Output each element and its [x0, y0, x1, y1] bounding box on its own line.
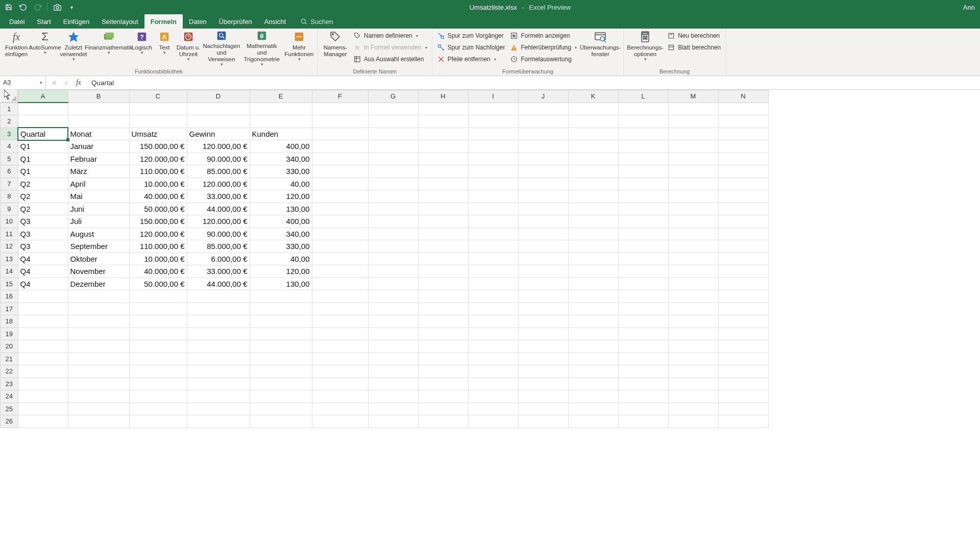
cell[interactable] [518, 140, 568, 153]
cell[interactable] [518, 353, 568, 365]
cell[interactable] [468, 353, 518, 365]
cell[interactable] [368, 165, 418, 178]
cell[interactable] [368, 140, 418, 153]
cell[interactable] [618, 228, 668, 240]
cell[interactable] [187, 115, 250, 128]
cell[interactable] [618, 265, 668, 278]
cell[interactable] [418, 253, 468, 265]
cell[interactable] [668, 365, 718, 378]
row-header[interactable]: 20 [1, 340, 18, 353]
row-header[interactable]: 11 [1, 228, 18, 240]
cell[interactable]: 330,00 [250, 165, 312, 178]
row-header[interactable]: 14 [1, 265, 18, 278]
cell[interactable] [129, 403, 187, 415]
tab-review[interactable]: Überprüfen [213, 14, 258, 29]
cell[interactable] [618, 190, 668, 203]
cell[interactable] [312, 178, 368, 190]
cell[interactable]: 340,00 [250, 228, 312, 240]
cell[interactable] [518, 278, 568, 290]
camera-icon[interactable] [52, 2, 63, 13]
cell[interactable] [312, 253, 368, 265]
cell[interactable] [312, 153, 368, 165]
more-functions-button[interactable]: Mehr Funktionen ▾ [284, 30, 314, 66]
cell[interactable] [418, 328, 468, 340]
cell[interactable] [68, 403, 129, 415]
column-header[interactable]: F [312, 90, 368, 103]
cell[interactable] [718, 165, 768, 178]
cell[interactable]: 10.000,00 € [129, 178, 187, 190]
cell[interactable] [718, 315, 768, 328]
cell[interactable] [250, 353, 312, 365]
cell[interactable]: Juni [68, 203, 129, 215]
tab-file[interactable]: Datei [3, 14, 31, 29]
cell[interactable] [618, 415, 668, 428]
cell[interactable] [312, 278, 368, 290]
cell[interactable] [518, 228, 568, 240]
name-manager-button[interactable]: Namens-Manager [321, 30, 350, 66]
cell[interactable] [312, 140, 368, 153]
remove-arrows-button[interactable]: Pfeile entfernen▾ [435, 54, 507, 65]
cell[interactable] [418, 390, 468, 403]
cell[interactable] [518, 103, 568, 115]
cell[interactable] [668, 415, 718, 428]
qat-customize-icon[interactable]: ▾ [66, 2, 77, 13]
cell[interactable] [187, 390, 250, 403]
formula-input[interactable]: Quartal [87, 76, 980, 89]
row-header[interactable]: 13 [1, 253, 18, 265]
cell[interactable] [68, 290, 129, 303]
cell[interactable] [668, 128, 718, 140]
cell[interactable] [18, 103, 68, 115]
row-header[interactable]: 6 [1, 165, 18, 178]
cell[interactable] [312, 403, 368, 415]
cell[interactable] [368, 265, 418, 278]
cell[interactable] [518, 415, 568, 428]
cell[interactable] [668, 228, 718, 240]
cell[interactable] [618, 115, 668, 128]
row-header[interactable]: 5 [1, 153, 18, 165]
row-header[interactable]: 8 [1, 190, 18, 203]
cell[interactable] [668, 253, 718, 265]
tell-me-search[interactable]: Suchen [292, 14, 333, 29]
cell[interactable] [418, 403, 468, 415]
row-header[interactable]: 22 [1, 365, 18, 378]
cell[interactable] [129, 328, 187, 340]
cell[interactable] [468, 328, 518, 340]
row-header[interactable]: 16 [1, 290, 18, 303]
cell[interactable] [129, 103, 187, 115]
cell[interactable] [718, 178, 768, 190]
cell[interactable] [368, 390, 418, 403]
cell[interactable]: 120,00 [250, 265, 312, 278]
cell[interactable]: 120.000,00 € [187, 178, 250, 190]
cell[interactable] [68, 315, 129, 328]
cell[interactable] [468, 390, 518, 403]
row-header[interactable]: 24 [1, 390, 18, 403]
cell[interactable]: Q3 [18, 240, 68, 253]
cell[interactable] [68, 378, 129, 390]
cell[interactable] [129, 390, 187, 403]
cell[interactable] [129, 115, 187, 128]
cell[interactable] [68, 328, 129, 340]
tab-insert[interactable]: Einfügen [57, 14, 95, 29]
cell[interactable] [468, 228, 518, 240]
column-header[interactable]: L [618, 90, 668, 103]
cell[interactable] [418, 165, 468, 178]
cell[interactable] [129, 303, 187, 315]
recently-used-button[interactable]: Zuletzt verwendet ▾ [60, 30, 87, 66]
cell[interactable] [568, 103, 618, 115]
cell[interactable] [187, 378, 250, 390]
cell[interactable] [250, 328, 312, 340]
cell[interactable] [418, 178, 468, 190]
cell[interactable] [250, 390, 312, 403]
cell[interactable] [418, 228, 468, 240]
cell[interactable] [368, 353, 418, 365]
cell[interactable] [718, 340, 768, 353]
cell[interactable] [568, 315, 618, 328]
cell[interactable]: 40.000,00 € [129, 190, 187, 203]
save-icon[interactable] [3, 2, 14, 13]
cell[interactable] [568, 328, 618, 340]
cell[interactable] [368, 415, 418, 428]
math-trig-button[interactable]: θ Mathematik und Trigonometrie ▾ [242, 30, 282, 66]
cell[interactable] [668, 328, 718, 340]
cell[interactable]: 110.000,00 € [129, 240, 187, 253]
redo-icon[interactable] [32, 2, 43, 13]
